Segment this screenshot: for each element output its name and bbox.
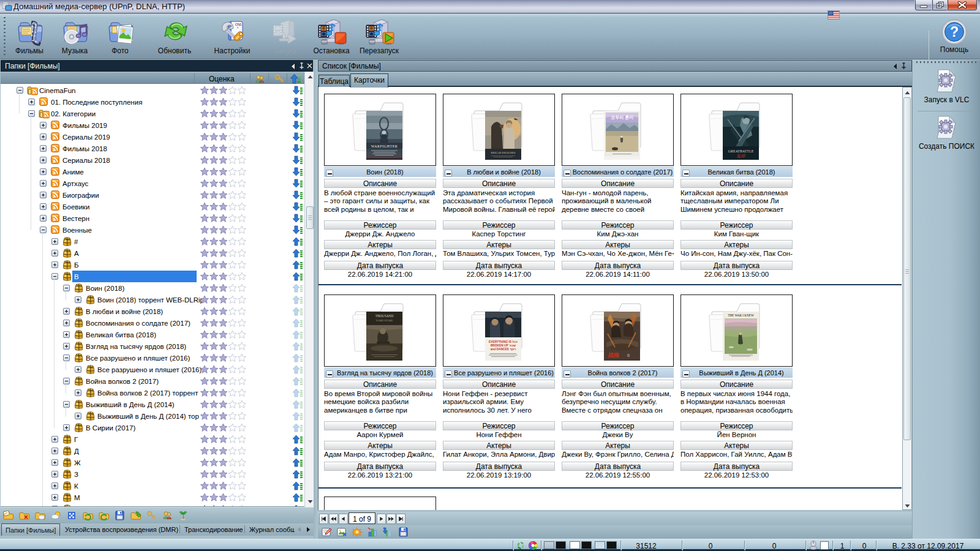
svg-text:and DANCES רוקד: and DANCES רוקד	[491, 348, 516, 351]
svg-text:THOUSAND: THOUSAND	[375, 314, 394, 318]
svg-text:오우리 혼미: 오우리 혼미	[611, 115, 634, 120]
svg-text:鼅郷: 鼅郷	[737, 154, 746, 159]
svg-text:THE WAR I KNEW: THE WAR I KNEW	[728, 313, 754, 317]
svg-text:II: II	[627, 353, 630, 358]
svg-text:YARD STARE: YARD STARE	[376, 319, 393, 322]
svg-text:战狼: 战狼	[608, 352, 620, 358]
svg-text:WARFIGHTER: WARFIGHTER	[371, 144, 398, 148]
svg-text:EVERYTHING IS הכל: EVERYTHING IS הכל	[489, 340, 518, 343]
svg-text:BROKEN UP שבור: BROKEN UP שבור	[491, 344, 516, 347]
svg-text:?: ?	[950, 24, 959, 40]
svg-text:GREATBATTLE: GREATBATTLE	[728, 149, 754, 153]
svg-text:CFG: CFG	[235, 23, 242, 26]
svg-text:KRIGAR DELIGHED: KRIGAR DELIGHED	[491, 151, 515, 154]
